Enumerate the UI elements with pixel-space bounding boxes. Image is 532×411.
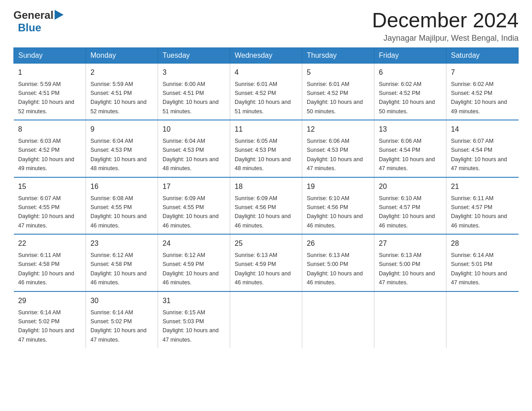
calendar-cell: 23 Sunrise: 6:12 AMSunset: 4:58 PMDaylig… — [86, 234, 158, 291]
day-number: 24 — [163, 238, 225, 249]
page-header: General Blue December 2024 Jaynagar Maji… — [13, 9, 519, 43]
day-number: 5 — [307, 67, 369, 78]
day-number: 7 — [451, 67, 514, 78]
day-number: 3 — [163, 67, 225, 78]
calendar-cell: 10 Sunrise: 6:04 AMSunset: 4:53 PMDaylig… — [158, 120, 230, 177]
day-info: Sunrise: 6:13 AMSunset: 5:00 PMDaylight:… — [307, 252, 363, 286]
calendar-cell: 25 Sunrise: 6:13 AMSunset: 4:59 PMDaylig… — [230, 234, 302, 291]
day-number: 17 — [163, 181, 225, 192]
weekday-thursday: Thursday — [302, 47, 374, 63]
day-number: 6 — [379, 67, 442, 78]
weekday-wednesday: Wednesday — [230, 47, 302, 63]
day-number: 22 — [18, 238, 82, 249]
day-number: 11 — [235, 124, 297, 135]
calendar-cell — [302, 291, 374, 348]
day-number: 1 — [18, 67, 82, 78]
calendar-cell: 13 Sunrise: 6:06 AMSunset: 4:54 PMDaylig… — [374, 120, 446, 177]
calendar-cell: 16 Sunrise: 6:08 AMSunset: 4:55 PMDaylig… — [86, 177, 158, 235]
calendar-cell: 12 Sunrise: 6:06 AMSunset: 4:53 PMDaylig… — [302, 120, 374, 177]
day-number: 23 — [90, 238, 153, 249]
calendar-cell: 31 Sunrise: 6:15 AMSunset: 5:03 PMDaylig… — [158, 291, 230, 348]
day-number: 16 — [90, 181, 153, 192]
calendar-cell: 3 Sunrise: 6:00 AMSunset: 4:51 PMDayligh… — [158, 63, 230, 120]
calendar-header: SundayMondayTuesdayWednesdayThursdayFrid… — [14, 47, 519, 63]
weekday-header-row: SundayMondayTuesdayWednesdayThursdayFrid… — [14, 47, 519, 63]
day-number: 29 — [18, 295, 82, 306]
day-info: Sunrise: 6:12 AMSunset: 4:58 PMDaylight:… — [90, 252, 146, 286]
day-info: Sunrise: 6:06 AMSunset: 4:54 PMDaylight:… — [379, 138, 435, 171]
calendar-cell: 4 Sunrise: 6:01 AMSunset: 4:52 PMDayligh… — [230, 63, 302, 120]
calendar-cell: 2 Sunrise: 5:59 AMSunset: 4:51 PMDayligh… — [86, 63, 158, 120]
day-number: 4 — [235, 67, 297, 78]
calendar-cell: 26 Sunrise: 6:13 AMSunset: 5:00 PMDaylig… — [302, 234, 374, 291]
day-info: Sunrise: 6:07 AMSunset: 4:54 PMDaylight:… — [451, 138, 507, 171]
calendar-week-4: 22 Sunrise: 6:11 AMSunset: 4:58 PMDaylig… — [14, 234, 519, 291]
day-number: 8 — [18, 124, 82, 135]
calendar-week-1: 1 Sunrise: 5:59 AMSunset: 4:51 PMDayligh… — [14, 63, 519, 120]
day-number: 18 — [235, 181, 297, 192]
calendar-week-2: 8 Sunrise: 6:03 AMSunset: 4:52 PMDayligh… — [14, 120, 519, 177]
calendar-cell: 8 Sunrise: 6:03 AMSunset: 4:52 PMDayligh… — [14, 120, 86, 177]
calendar-cell: 14 Sunrise: 6:07 AMSunset: 4:54 PMDaylig… — [446, 120, 519, 177]
day-info: Sunrise: 6:04 AMSunset: 4:53 PMDaylight:… — [90, 138, 146, 171]
calendar-cell: 17 Sunrise: 6:09 AMSunset: 4:55 PMDaylig… — [158, 177, 230, 235]
day-number: 30 — [90, 295, 153, 306]
weekday-friday: Friday — [374, 47, 446, 63]
day-number: 14 — [451, 124, 514, 135]
day-info: Sunrise: 6:05 AMSunset: 4:53 PMDaylight:… — [235, 138, 291, 171]
location-subtitle: Jaynagar Majilpur, West Bengal, India — [372, 34, 519, 43]
calendar-cell: 11 Sunrise: 6:05 AMSunset: 4:53 PMDaylig… — [230, 120, 302, 177]
calendar-cell: 5 Sunrise: 6:01 AMSunset: 4:52 PMDayligh… — [302, 63, 374, 120]
weekday-saturday: Saturday — [446, 47, 519, 63]
day-info: Sunrise: 5:59 AMSunset: 4:51 PMDaylight:… — [18, 81, 74, 115]
day-info: Sunrise: 6:02 AMSunset: 4:52 PMDaylight:… — [379, 81, 435, 115]
calendar-cell: 22 Sunrise: 6:11 AMSunset: 4:58 PMDaylig… — [14, 234, 86, 291]
day-number: 15 — [18, 181, 82, 192]
day-info: Sunrise: 6:09 AMSunset: 4:56 PMDaylight:… — [235, 195, 291, 229]
calendar-cell: 18 Sunrise: 6:09 AMSunset: 4:56 PMDaylig… — [230, 177, 302, 235]
day-info: Sunrise: 6:14 AMSunset: 5:02 PMDaylight:… — [90, 309, 146, 343]
day-info: Sunrise: 6:01 AMSunset: 4:52 PMDaylight:… — [235, 81, 291, 115]
day-number: 26 — [307, 238, 369, 249]
day-number: 27 — [379, 238, 442, 249]
calendar-cell: 9 Sunrise: 6:04 AMSunset: 4:53 PMDayligh… — [86, 120, 158, 177]
day-info: Sunrise: 6:09 AMSunset: 4:55 PMDaylight:… — [163, 195, 219, 229]
calendar-cell — [230, 291, 302, 348]
day-number: 25 — [235, 238, 297, 249]
svg-marker-0 — [55, 10, 64, 20]
day-number: 2 — [90, 67, 153, 78]
day-number: 31 — [163, 295, 225, 306]
calendar-cell: 28 Sunrise: 6:14 AMSunset: 5:01 PMDaylig… — [446, 234, 519, 291]
calendar-table: SundayMondayTuesdayWednesdayThursdayFrid… — [13, 47, 519, 348]
day-number: 10 — [163, 124, 225, 135]
weekday-tuesday: Tuesday — [158, 47, 230, 63]
day-info: Sunrise: 6:15 AMSunset: 5:03 PMDaylight:… — [163, 309, 219, 343]
day-number: 19 — [307, 181, 369, 192]
day-info: Sunrise: 6:00 AMSunset: 4:51 PMDaylight:… — [163, 81, 219, 115]
calendar-cell — [374, 291, 446, 348]
day-number: 9 — [90, 124, 153, 135]
logo-blue-text: Blue — [18, 21, 41, 34]
day-info: Sunrise: 6:08 AMSunset: 4:55 PMDaylight:… — [90, 195, 146, 229]
day-info: Sunrise: 6:10 AMSunset: 4:57 PMDaylight:… — [379, 195, 435, 229]
logo-general-text: General — [13, 9, 53, 21]
day-number: 21 — [451, 181, 514, 192]
weekday-monday: Monday — [86, 47, 158, 63]
logo: General Blue — [13, 9, 64, 34]
calendar-cell: 19 Sunrise: 6:10 AMSunset: 4:56 PMDaylig… — [302, 177, 374, 235]
day-info: Sunrise: 5:59 AMSunset: 4:51 PMDaylight:… — [90, 81, 146, 115]
day-info: Sunrise: 6:01 AMSunset: 4:52 PMDaylight:… — [307, 81, 363, 115]
calendar-cell: 20 Sunrise: 6:10 AMSunset: 4:57 PMDaylig… — [374, 177, 446, 235]
calendar-cell: 27 Sunrise: 6:13 AMSunset: 5:00 PMDaylig… — [374, 234, 446, 291]
calendar-cell: 6 Sunrise: 6:02 AMSunset: 4:52 PMDayligh… — [374, 63, 446, 120]
day-info: Sunrise: 6:07 AMSunset: 4:55 PMDaylight:… — [18, 195, 74, 229]
day-info: Sunrise: 6:14 AMSunset: 5:01 PMDaylight:… — [451, 252, 507, 286]
day-info: Sunrise: 6:11 AMSunset: 4:57 PMDaylight:… — [451, 195, 507, 229]
calendar-cell — [446, 291, 519, 348]
logo-arrow-icon — [55, 10, 64, 21]
calendar-cell: 7 Sunrise: 6:02 AMSunset: 4:52 PMDayligh… — [446, 63, 519, 120]
title-section: December 2024 Jaynagar Majilpur, West Be… — [372, 9, 519, 43]
day-info: Sunrise: 6:02 AMSunset: 4:52 PMDaylight:… — [451, 81, 507, 115]
day-number: 28 — [451, 238, 514, 249]
day-info: Sunrise: 6:13 AMSunset: 4:59 PMDaylight:… — [235, 252, 291, 286]
